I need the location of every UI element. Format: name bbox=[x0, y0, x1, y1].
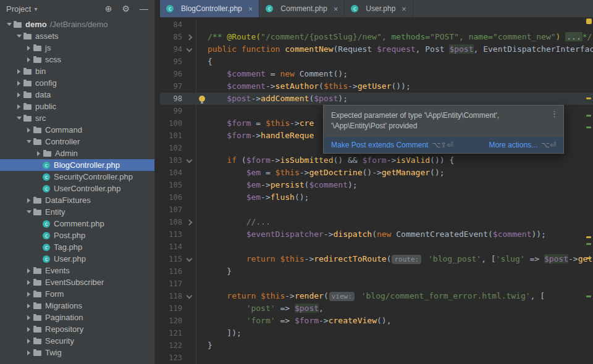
tree-item-demo[interactable]: demo /JetBrains/demo bbox=[0, 19, 154, 30]
panel-splitter[interactable] bbox=[154, 0, 160, 364]
stripe-mark[interactable] bbox=[586, 126, 591, 128]
tree-item-Post.php[interactable]: cPost.php bbox=[0, 230, 154, 241]
tree-item-Entity[interactable]: Entity bbox=[0, 206, 154, 218]
expand-chevron-icon[interactable] bbox=[25, 140, 33, 143]
line-number[interactable]: 123 bbox=[160, 352, 182, 364]
code-text[interactable]: ]); bbox=[208, 327, 242, 339]
line-number[interactable]: 114 bbox=[160, 241, 182, 253]
line-number[interactable]: 101 bbox=[160, 130, 182, 142]
expand-chevron-icon[interactable] bbox=[25, 292, 33, 297]
tree-item-scss[interactable]: scss bbox=[0, 54, 154, 65]
stripe-mark[interactable] bbox=[586, 296, 591, 297]
code-text[interactable]: $comment->setAuthor($this->getUser()); bbox=[208, 80, 411, 93]
tree-item-Migrations[interactable]: Migrations bbox=[0, 300, 154, 312]
line-number[interactable]: 113 bbox=[160, 228, 182, 241]
tab-Comment.php[interactable]: cComment.php× bbox=[259, 0, 345, 17]
fold-chevron-icon[interactable] bbox=[182, 31, 196, 43]
tree-item-Repository[interactable]: Repository bbox=[0, 323, 154, 335]
scroll-error-stripe[interactable] bbox=[584, 17, 593, 364]
quick-fix-link[interactable]: Make Post extends Comment bbox=[331, 141, 428, 149]
tree-item-js[interactable]: js bbox=[0, 42, 154, 54]
code-text[interactable]: $em->persist($comment); bbox=[208, 179, 358, 191]
expand-chevron-icon[interactable] bbox=[15, 104, 23, 109]
tree-item-config[interactable]: config bbox=[0, 77, 154, 89]
code-text[interactable]: $post->addComment($post); bbox=[208, 93, 348, 105]
expand-chevron-icon[interactable] bbox=[15, 35, 23, 38]
tree-item-Tag.php[interactable]: cTag.php bbox=[0, 241, 154, 253]
code-text[interactable]: //... bbox=[208, 216, 271, 228]
line-number[interactable]: 115 bbox=[160, 253, 182, 265]
code-text[interactable]: $form->handleReque bbox=[208, 130, 314, 142]
line-number[interactable]: 103 bbox=[160, 154, 182, 167]
tree-item-Comment.php[interactable]: cComment.php bbox=[0, 218, 154, 230]
intention-bulb-icon[interactable] bbox=[196, 93, 208, 105]
fold-chevron-icon[interactable] bbox=[182, 290, 196, 302]
hide-panel-icon[interactable]: — bbox=[140, 4, 148, 13]
line-number[interactable]: 107 bbox=[160, 204, 182, 216]
tree-item-EventSubscriber[interactable]: EventSubscriber bbox=[0, 276, 154, 288]
stripe-mark[interactable] bbox=[586, 243, 591, 245]
locate-file-icon[interactable]: ⊕ bbox=[105, 4, 112, 13]
line-number[interactable]: 98 bbox=[160, 93, 182, 105]
tree-item-Controller[interactable]: Controller bbox=[0, 136, 154, 147]
code-text[interactable]: } bbox=[208, 339, 212, 352]
code-text[interactable]: return $this->render(view: 'blog/comment… bbox=[208, 290, 545, 302]
line-number[interactable]: 85 bbox=[160, 31, 182, 43]
more-options-icon[interactable]: ⋮ bbox=[550, 109, 558, 118]
code-text[interactable]: } bbox=[208, 265, 232, 278]
gear-icon[interactable]: ⚙ bbox=[122, 4, 130, 13]
line-number[interactable]: 106 bbox=[160, 191, 182, 204]
close-tab-icon[interactable]: × bbox=[402, 4, 406, 14]
line-number[interactable]: 122 bbox=[160, 339, 182, 352]
expand-chevron-icon[interactable] bbox=[15, 81, 23, 86]
expand-chevron-icon[interactable] bbox=[25, 46, 33, 51]
line-number[interactable]: 117 bbox=[160, 278, 182, 290]
line-number[interactable]: 119 bbox=[160, 302, 182, 315]
expand-chevron-icon[interactable] bbox=[25, 327, 33, 332]
code-text[interactable]: $em = $this->getDoctrine()->getManager()… bbox=[208, 167, 445, 179]
expand-chevron-icon[interactable] bbox=[25, 128, 33, 133]
code-text[interactable]: public function commentNew(Request $requ… bbox=[208, 43, 593, 56]
tree-item-public[interactable]: public bbox=[0, 101, 154, 112]
stripe-mark[interactable] bbox=[586, 97, 591, 99]
line-number[interactable]: 95 bbox=[160, 56, 182, 68]
expand-chevron-icon[interactable] bbox=[25, 339, 33, 344]
tree-item-SecurityController.php[interactable]: cSecurityController.php bbox=[0, 171, 154, 183]
tree-item-Events[interactable]: Events bbox=[0, 265, 154, 276]
code-text[interactable]: $comment = new Comment(); bbox=[208, 68, 348, 80]
expand-chevron-icon[interactable] bbox=[25, 57, 33, 62]
expand-chevron-icon[interactable] bbox=[25, 210, 33, 213]
expand-chevron-icon[interactable] bbox=[25, 350, 33, 355]
code-text[interactable]: $form = $this->cre bbox=[208, 117, 314, 130]
code-text[interactable]: /** @Route("/comment/{postSlug}/new", me… bbox=[208, 31, 592, 43]
project-view-dropdown[interactable]: Project bbox=[6, 4, 31, 14]
line-number[interactable]: 105 bbox=[160, 179, 182, 191]
expand-chevron-icon[interactable] bbox=[15, 117, 23, 120]
expand-chevron-icon[interactable] bbox=[25, 280, 33, 285]
expand-chevron-icon[interactable] bbox=[25, 268, 33, 273]
line-number[interactable]: 94 bbox=[160, 43, 182, 56]
tree-item-Form[interactable]: Form bbox=[0, 288, 154, 300]
expand-chevron-icon[interactable] bbox=[5, 23, 13, 26]
tree-item-Command[interactable]: Command bbox=[0, 124, 154, 136]
close-tab-icon[interactable]: × bbox=[334, 4, 339, 14]
tree-item-DataFixtures[interactable]: DataFixtures bbox=[0, 194, 154, 206]
stripe-mark[interactable] bbox=[586, 257, 591, 259]
code-text[interactable]: if ($form->isSubmitted() && $form->isVal… bbox=[208, 154, 454, 167]
line-number[interactable]: 97 bbox=[160, 80, 182, 93]
line-number[interactable]: 118 bbox=[160, 290, 182, 302]
expand-chevron-icon[interactable] bbox=[25, 304, 33, 308]
expand-chevron-icon[interactable] bbox=[15, 93, 23, 97]
code-text[interactable]: 'form' => $form->createView(), bbox=[208, 315, 391, 327]
tab-BlogController.php[interactable]: cBlogController.php× bbox=[160, 0, 259, 17]
more-actions-link[interactable]: More actions... bbox=[489, 141, 537, 149]
line-number[interactable]: 84 bbox=[160, 19, 182, 31]
expand-chevron-icon[interactable] bbox=[25, 198, 33, 203]
code-text[interactable]: { bbox=[208, 56, 212, 68]
expand-chevron-icon[interactable] bbox=[15, 69, 23, 74]
line-number[interactable]: 116 bbox=[160, 265, 182, 278]
fold-chevron-icon[interactable] bbox=[182, 216, 196, 228]
close-tab-icon[interactable]: × bbox=[248, 4, 253, 14]
stripe-mark[interactable] bbox=[586, 115, 591, 117]
line-number[interactable]: 120 bbox=[160, 315, 182, 327]
